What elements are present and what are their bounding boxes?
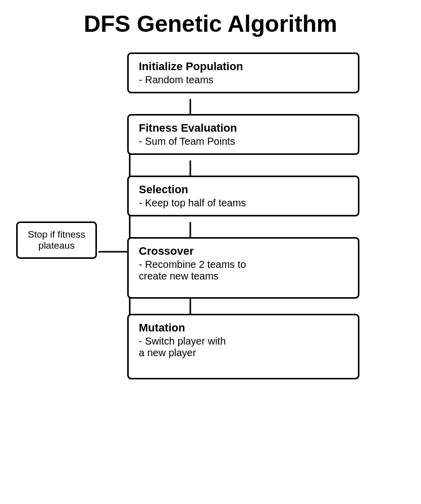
flow-box-mutation: Mutation - Switch player with a new play… bbox=[127, 314, 359, 379]
flow-box-crossover: Crossover - Recombine 2 teams to create … bbox=[127, 237, 359, 299]
flow-box-selection: Selection - Keep top half of teams bbox=[127, 176, 359, 216]
page-title: DFS Genetic Algorithm bbox=[84, 10, 337, 37]
box-title-initialize: Initialize Population bbox=[139, 60, 348, 73]
flow-box-initialize: Initialize Population - Random teams bbox=[127, 52, 359, 93]
box-detail-selection: - Keep top half of teams bbox=[139, 197, 348, 209]
side-note-box: Stop if fitness plateaus bbox=[16, 221, 97, 259]
box-title-fitness: Fitness Evaluation bbox=[139, 122, 348, 135]
box-detail-fitness: - Sum of Team Points bbox=[139, 136, 348, 147]
box-title-crossover: Crossover bbox=[139, 245, 348, 258]
box-detail-crossover: - Recombine 2 teams to create new teams bbox=[139, 259, 348, 282]
layout-wrapper: Stop if fitness plateaus Initialize Popu… bbox=[14, 52, 407, 496]
box-detail-mutation: - Switch player with a new player bbox=[139, 335, 348, 359]
side-note-label: Stop if fitness plateaus bbox=[28, 229, 85, 251]
diagram-container: Stop if fitness plateaus Initialize Popu… bbox=[14, 52, 407, 496]
flow-box-fitness: Fitness Evaluation - Sum of Team Points bbox=[127, 114, 359, 155]
box-title-selection: Selection bbox=[139, 183, 348, 196]
box-detail-initialize: - Random teams bbox=[139, 74, 348, 86]
box-title-mutation: Mutation bbox=[139, 321, 348, 334]
